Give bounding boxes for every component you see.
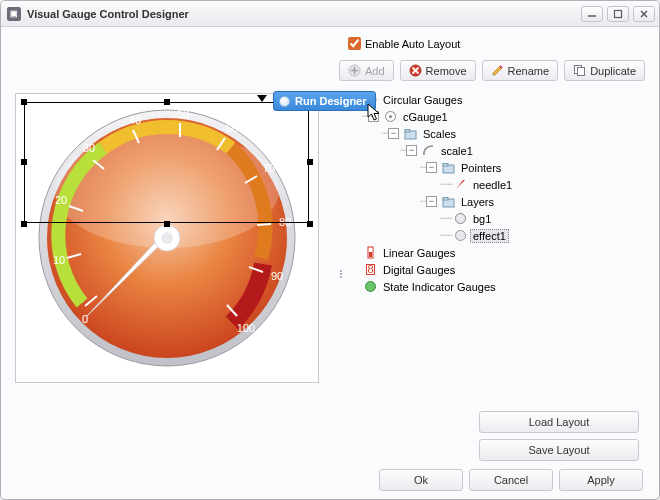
tree-node-layers[interactable]: ┈ − Layers [348,193,643,210]
load-layout-button[interactable]: Load Layout [479,411,639,433]
toolbar: Add Remove Rename Duplicate [13,60,647,81]
tree-node-scales[interactable]: ┈ − Scales [348,125,643,142]
app-icon: ▣ [7,7,21,21]
resize-handle-e[interactable] [307,159,313,165]
designer-window: ▣ Visual Gauge Control Designer Enable A… [0,0,660,500]
tree-node-linear-gauges[interactable]: Linear Gauges [348,244,643,261]
auto-layout-row: Enable Auto Layout [348,37,647,50]
apply-button[interactable]: Apply [559,469,643,491]
svg-rect-45 [443,163,448,166]
cancel-button[interactable]: Cancel [469,469,553,491]
dialog-footer: Ok Cancel Apply [13,461,647,491]
selection-rect[interactable] [24,102,309,223]
digital-gauge-icon: 8 [363,263,377,277]
svg-text:0: 0 [82,313,88,325]
svg-point-49 [455,214,465,224]
window-title: Visual Gauge Control Designer [27,8,577,20]
add-button[interactable]: Add [339,60,394,81]
svg-rect-1 [615,10,622,17]
save-layout-button[interactable]: Save Layout [479,439,639,461]
expand-toggle[interactable]: − [388,128,399,139]
preview-column: 0 10 20 30 40 50 60 70 80 90 100 [13,87,338,461]
svg-rect-52 [369,252,372,257]
tree-node-state-indicator-gauges[interactable]: State Indicator Gauges [348,278,643,295]
minimize-button[interactable] [581,6,603,22]
folder-icon [441,161,455,175]
rename-button[interactable]: Rename [482,60,559,81]
gauge-preview[interactable]: 0 10 20 30 40 50 60 70 80 90 100 [15,93,319,383]
tree-node-cgauge1[interactable]: ┈ − cGauge1 [348,108,643,125]
selected-node-label: effect1 [470,229,509,243]
folder-icon [441,195,455,209]
tree-node-pointers[interactable]: ┈ − Pointers [348,159,643,176]
linear-gauge-icon [363,246,377,260]
svg-line-23 [257,224,271,225]
run-designer-bullet-icon [279,96,290,107]
state-indicator-icon [363,280,377,294]
svg-point-50 [455,231,465,241]
layout-buttons: Load Layout Save Layout [348,411,643,461]
tree-node-bg1[interactable]: ┈┈ bg1 [348,210,643,227]
ok-button[interactable]: Ok [379,469,463,491]
circular-gauge-icon [383,110,397,124]
resize-handle-sw[interactable] [21,221,27,227]
pencil-icon [491,64,504,77]
smart-tag-icon[interactable] [257,95,267,102]
duplicate-icon [573,64,586,77]
svg-point-41 [389,115,392,118]
run-designer-tooltip[interactable]: Run Designer [273,91,376,111]
svg-point-38 [161,232,173,244]
folder-icon [403,127,417,141]
resize-handle-s[interactable] [164,221,170,227]
layer-icon [453,229,467,243]
tree-node-digital-gauges[interactable]: 8 Digital Gauges [348,261,643,278]
svg-rect-11 [578,68,585,76]
resize-handle-se[interactable] [307,221,313,227]
resize-handle-w[interactable] [21,159,27,165]
maximize-button[interactable] [607,6,629,22]
expand-toggle[interactable]: − [368,111,379,122]
tree-node-circular-gauges[interactable]: − Circular Gauges [348,91,643,108]
svg-text:8: 8 [367,263,373,275]
expand-toggle[interactable]: − [406,145,417,156]
expand-toggle[interactable]: − [426,196,437,207]
plus-icon [348,64,361,77]
close-button[interactable] [633,6,655,22]
tree-node-effect1[interactable]: ┈┈ effect1 [348,227,643,244]
svg-text:100: 100 [237,322,255,334]
tree-node-needle1[interactable]: ┈┈ needle1 [348,176,643,193]
tree-column: − Circular Gauges ┈ − cGauge1 ┈ − [344,87,647,461]
auto-layout-checkbox[interactable] [348,37,361,50]
tree-node-scale1[interactable]: ┈ − scale1 [348,142,643,159]
remove-button[interactable]: Remove [400,60,476,81]
resize-handle-nw[interactable] [21,99,27,105]
element-tree[interactable]: − Circular Gauges ┈ − cGauge1 ┈ − [348,87,643,401]
resize-handle-n[interactable] [164,99,170,105]
expand-toggle[interactable]: − [426,162,437,173]
scale-icon [421,144,435,158]
svg-rect-47 [443,197,448,200]
content-area: Enable Auto Layout Add Remove Rename Dup… [1,27,659,499]
svg-point-55 [365,282,375,292]
needle-icon [453,178,467,192]
svg-text:10: 10 [53,254,65,266]
layer-icon [453,212,467,226]
auto-layout-label: Enable Auto Layout [365,38,460,50]
svg-rect-43 [405,129,410,132]
svg-text:90: 90 [271,270,283,282]
title-bar[interactable]: ▣ Visual Gauge Control Designer [1,1,659,27]
duplicate-button[interactable]: Duplicate [564,60,645,81]
remove-icon [409,64,422,77]
